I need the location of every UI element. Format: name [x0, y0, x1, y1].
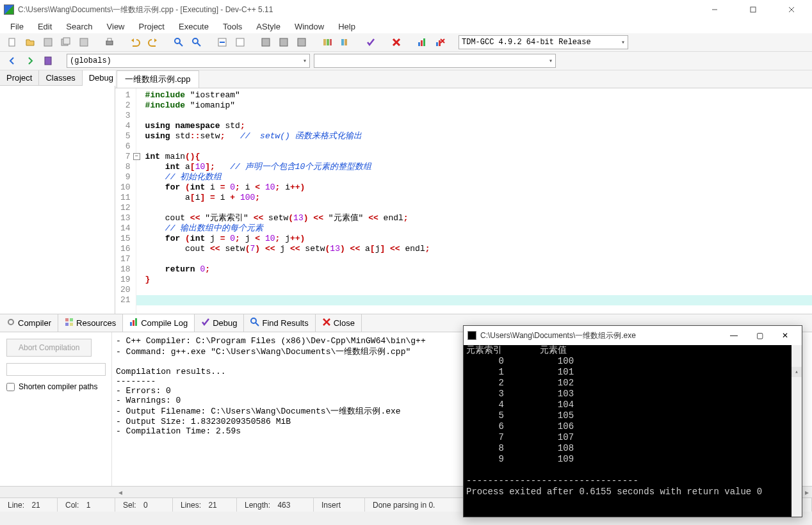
code-editor[interactable]: 1 2 3 4 5 6 7 8 9 10 11 12 13 14 15 16 1…	[115, 88, 812, 314]
bookmark-icon[interactable]	[233, 35, 247, 49]
svg-rect-38	[133, 320, 134, 326]
shorten-paths-input[interactable]	[6, 383, 15, 391]
line-gutter: 1 2 3 4 5 6 7 8 9 10 11 12 13 14 15 16 1…	[115, 88, 136, 314]
menu-execute[interactable]: Execute	[172, 20, 215, 33]
new-file-icon[interactable]	[5, 35, 19, 49]
abort-compilation-button[interactable]: Abort Compilation	[6, 339, 92, 357]
print-icon[interactable]	[102, 35, 117, 49]
code-source[interactable]: #include "iostream"#include "iomanip" us…	[136, 88, 434, 314]
bottom-tab-debug[interactable]: Debug	[195, 314, 244, 332]
fold-toggle-icon[interactable]: −	[133, 153, 140, 160]
svg-rect-20	[298, 38, 305, 46]
scope-select[interactable]: (globals) ▾	[67, 54, 310, 68]
svg-point-32	[8, 319, 13, 325]
shorten-paths-checkbox[interactable]: Shorten compiler paths	[6, 382, 105, 391]
left-panel: ProjectClassesDebug	[0, 70, 115, 314]
close-button[interactable]	[779, 1, 804, 19]
debug-icon[interactable]	[338, 35, 352, 49]
chevron-down-icon: ▾	[303, 57, 307, 65]
open-file-icon[interactable]	[23, 35, 37, 49]
svg-rect-22	[327, 39, 329, 45]
svg-rect-33	[65, 318, 69, 321]
svg-rect-39	[135, 318, 137, 326]
app-icon	[4, 4, 14, 15]
scroll-up-icon[interactable]: ▴	[792, 367, 802, 377]
menu-edit[interactable]: Edit	[31, 20, 58, 33]
compile-run-icon[interactable]	[295, 35, 309, 49]
menu-view[interactable]: View	[101, 20, 131, 33]
left-panel-tabs: ProjectClassesDebug	[0, 70, 115, 86]
svg-rect-34	[70, 318, 73, 321]
menubar: FileEditSearchViewProjectExecuteToolsASt…	[0, 19, 812, 33]
minimize-button[interactable]	[702, 1, 727, 19]
svg-rect-8	[80, 38, 88, 46]
svg-point-11	[175, 38, 180, 44]
menu-help[interactable]: Help	[332, 20, 362, 33]
menu-file[interactable]: File	[4, 20, 30, 33]
console-title-text: C:\Users\Wang\Documents\一维数组示例.exe	[480, 330, 721, 341]
scope-select-text: (globals)	[70, 56, 111, 65]
bottom-tab-resources[interactable]: Resources	[58, 314, 123, 332]
scroll-right-icon[interactable]: ▸	[802, 488, 812, 497]
console-vscroll[interactable]: ▴	[792, 345, 802, 517]
menu-window[interactable]: Window	[288, 20, 330, 33]
check-icon[interactable]	[364, 35, 378, 49]
member-select[interactable]: ▾	[314, 54, 556, 68]
console-close-button[interactable]: ✕	[772, 331, 798, 340]
editor-tabs: 一维数组示例.cpp	[115, 70, 812, 88]
forward-icon[interactable]	[23, 54, 37, 68]
svg-rect-36	[70, 323, 73, 326]
redo-icon[interactable]	[146, 35, 160, 49]
titlebar: C:\Users\Wang\Documents\一维数组示例.cpp - [Ex…	[0, 0, 812, 19]
svg-rect-18	[262, 38, 270, 46]
bottom-tab-compiler[interactable]: Compiler	[0, 314, 58, 332]
bottom-tab-close[interactable]: Close	[316, 314, 362, 332]
console-icon	[467, 331, 476, 340]
menu-tools[interactable]: Tools	[216, 20, 248, 33]
svg-rect-5	[44, 38, 52, 46]
undo-icon[interactable]	[128, 35, 142, 49]
run-icon[interactable]	[277, 35, 291, 49]
save-as-icon[interactable]	[77, 35, 91, 49]
save-all-icon[interactable]	[59, 35, 73, 49]
back-icon[interactable]	[5, 54, 19, 68]
window-title: C:\Users\Wang\Documents\一维数组示例.cpp - [Ex…	[18, 4, 702, 15]
menu-search[interactable]: Search	[60, 20, 99, 33]
svg-line-41	[256, 323, 259, 326]
compiler-select[interactable]: TDM-GCC 4.9.2 64-bit Release ▾	[459, 35, 628, 49]
rebuild-icon[interactable]	[320, 35, 334, 49]
delete-profile-icon[interactable]	[433, 35, 447, 49]
replace-icon[interactable]	[190, 35, 204, 49]
console-titlebar[interactable]: C:\Users\Wang\Documents\一维数组示例.exe — ▢ ✕	[464, 326, 802, 345]
compile-icon[interactable]	[259, 35, 273, 49]
progress-box	[6, 363, 106, 376]
left-tab-project[interactable]: Project	[0, 70, 39, 85]
console-maximize-button[interactable]: ▢	[747, 331, 772, 340]
console-window[interactable]: C:\Users\Wang\Documents\一维数组示例.exe — ▢ ✕…	[463, 325, 802, 517]
svg-rect-17	[236, 38, 244, 46]
menu-project[interactable]: Project	[133, 20, 171, 33]
console-minimize-button[interactable]: —	[721, 331, 747, 340]
svg-rect-26	[418, 42, 420, 46]
magnifier-icon	[250, 318, 259, 328]
svg-line-12	[179, 43, 183, 46]
maximize-button[interactable]	[740, 1, 766, 19]
save-icon[interactable]	[41, 35, 55, 49]
bookmark-list-icon[interactable]	[41, 54, 55, 68]
svg-rect-31	[45, 57, 51, 65]
editor-tab[interactable]: 一维数组示例.cpp	[117, 70, 199, 88]
bottom-tab-find-results[interactable]: Find Results	[244, 314, 315, 332]
svg-rect-37	[130, 322, 132, 326]
scroll-left-icon[interactable]: ◂	[115, 488, 126, 497]
bottom-tab-compile-log[interactable]: Compile Log	[123, 314, 195, 332]
console-output[interactable]: 元素索引 元素值 0 100 1 101 2 102 3 103 4 104 5…	[464, 345, 802, 517]
svg-rect-9	[106, 41, 113, 45]
find-icon[interactable]	[172, 35, 186, 49]
stop-icon[interactable]	[389, 35, 403, 49]
svg-rect-24	[341, 39, 344, 45]
menu-astyle[interactable]: AStyle	[250, 20, 287, 33]
profile-icon[interactable]	[415, 35, 429, 49]
goto-line-icon[interactable]	[215, 35, 229, 49]
svg-rect-21	[323, 39, 326, 45]
left-tab-classes[interactable]: Classes	[39, 70, 82, 85]
